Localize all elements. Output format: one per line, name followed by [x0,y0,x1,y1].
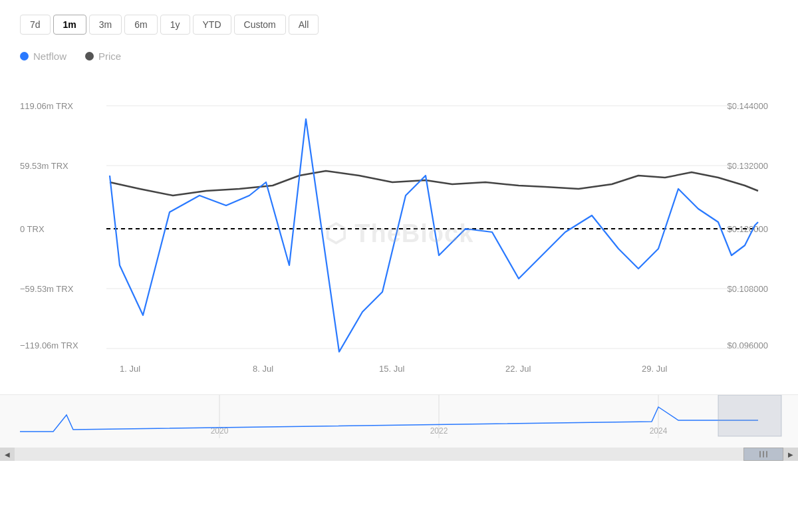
time-btn-7d[interactable]: 7d [20,15,51,35]
y-label-top-left: 119.06m TRX [20,101,73,111]
netflow-label: Netflow [33,51,66,62]
navigator-scrollbar: ◀ ▶ [0,448,798,461]
legend-netflow: Netflow [20,51,66,62]
x-label-3: 15. Jul [379,364,404,374]
y-label-2-left: 59.53m TRX [20,161,68,171]
y-label-mid-left: 0 TRX [20,224,45,234]
y-label-bot-right: $0.096000 [728,340,768,350]
x-label-2: 8. Jul [253,364,273,374]
time-btn-6m[interactable]: 6m [124,15,157,35]
scroll-right-arrow[interactable]: ▶ [783,448,798,461]
grip-3 [766,451,767,458]
time-btn-custom[interactable]: Custom [234,15,286,35]
time-btn-3m[interactable]: 3m [89,15,122,35]
scroll-thumb[interactable] [743,448,783,461]
legend: Netflow Price [0,41,798,66]
price-dot [85,52,94,61]
scroll-track [15,448,783,461]
price-line [110,171,758,196]
grip-1 [759,451,761,458]
time-btn-ytd[interactable]: YTD [193,15,231,35]
main-chart-container: ⬡ TheBlock 119.06m TRX 59.53m TRX 0 TRX … [0,72,798,394]
navigator-svg: 2020 2022 2024 [0,395,798,448]
y-label-4-left: −59.53m TRX [20,284,74,294]
netflow-line [110,119,758,352]
nav-year-2024: 2024 [650,426,668,436]
netflow-dot [20,52,29,61]
time-btn-1m[interactable]: 1m [53,15,86,35]
legend-price: Price [85,51,121,62]
main-chart-svg: 119.06m TRX 59.53m TRX 0 TRX −59.53m TRX… [0,72,798,392]
price-label: Price [98,51,121,62]
scroll-left-arrow[interactable]: ◀ [0,448,15,461]
x-label-4: 22. Jul [505,364,531,374]
time-btn-all[interactable]: All [289,15,319,35]
time-btn-1y[interactable]: 1y [160,15,190,35]
x-label-1: 1. Jul [120,364,140,374]
nav-selection[interactable] [718,395,781,436]
time-range-bar: 7d1m3m6m1yYTDCustomAll [0,0,798,41]
grip-2 [763,451,764,458]
y-label-bot-left: −119.06m TRX [20,340,78,350]
nav-year-2022: 2022 [430,426,448,436]
nav-bg [0,395,798,448]
x-label-5: 29. Jul [642,364,667,374]
navigator-area: 2020 2022 2024 ◀ ▶ [0,394,798,461]
